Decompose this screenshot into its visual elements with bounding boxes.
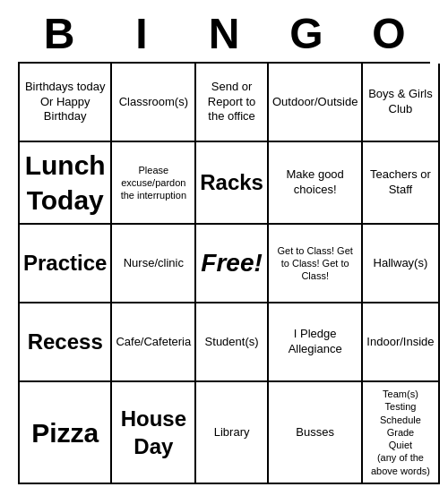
letter-i: I <box>103 9 180 58</box>
letter-b: B <box>21 9 98 58</box>
cell-17: Student(s) <box>196 303 269 382</box>
cell-3: Outdoor/Outside <box>269 64 363 142</box>
cell-2: Send or Report to the office <box>196 64 269 142</box>
cell-15: Recess <box>20 303 112 382</box>
cell-21: House Day <box>112 382 196 484</box>
cell-14: Hallway(s) <box>363 225 439 303</box>
cell-6: Please excuse/pardon the interruption <box>112 142 196 225</box>
cell-4: Boys & Girls Club <box>363 64 439 142</box>
cell-23: Busses <box>269 382 363 484</box>
cell-5: Lunch Today <box>20 142 112 225</box>
cell-11: Nurse/clinic <box>112 225 196 303</box>
bingo-card: B I N G O Birthdays today Or Happy Birth… <box>9 0 439 487</box>
cell-24: Team(s) Testing Schedule Grade Quiet (an… <box>363 382 439 484</box>
bingo-title: B I N G O <box>18 9 430 58</box>
cell-16: Cafe/Cafeteria <box>112 303 196 382</box>
cell-20: Pizza <box>20 382 112 484</box>
cell-7: Racks <box>196 142 269 225</box>
cell-0: Birthdays today Or Happy Birthday <box>20 64 112 142</box>
cell-22: Library <box>196 382 269 484</box>
bingo-grid: Birthdays today Or Happy BirthdayClassro… <box>18 62 430 484</box>
cell-8: Make good choices! <box>269 142 363 225</box>
cell-19: Indoor/Inside <box>363 303 439 382</box>
cell-12: Free! <box>196 225 269 303</box>
cell-13: Get to Class! Get to Class! Get to Class… <box>269 225 363 303</box>
cell-10: Practice <box>20 225 112 303</box>
cell-9: Teachers or Staff <box>363 142 439 225</box>
letter-g: G <box>268 9 345 58</box>
letter-n: N <box>185 9 263 58</box>
cell-18: I Pledge Allegiance <box>269 303 363 382</box>
cell-1: Classroom(s) <box>112 64 196 142</box>
letter-o: O <box>350 9 427 58</box>
